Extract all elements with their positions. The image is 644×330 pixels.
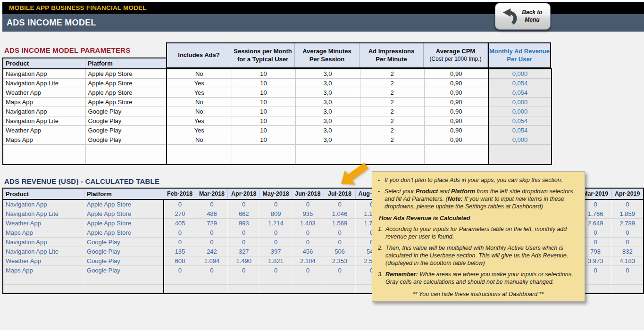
includes-ads-cell[interactable]: Yes	[167, 125, 232, 135]
revenue-value-cell: 608	[164, 256, 196, 265]
platform-dropdown-cell[interactable]: Apple App Store	[85, 78, 167, 88]
avg-cpm-cell[interactable]: 0,90	[424, 88, 488, 97]
product-dropdown-cell[interactable]: Navigation App	[3, 107, 85, 116]
product-dropdown-cell[interactable]: Navigation App Lite	[3, 78, 85, 88]
platform-dropdown-cell[interactable]: Google Play	[85, 107, 167, 116]
empty-cell	[324, 284, 356, 294]
revenue-value-cell: 0	[260, 265, 292, 275]
sessions-cell[interactable]: 10	[232, 107, 295, 116]
note-numbered-text: According to your inputs for Parameters …	[385, 225, 578, 240]
avg-minutes-cell[interactable]: 3,0	[295, 107, 360, 116]
platform-dropdown-cell[interactable]: Google Play	[85, 125, 167, 135]
revenue-value-cell: 1.821	[260, 256, 292, 265]
empty-cell[interactable]	[360, 144, 424, 154]
empty-cell[interactable]	[85, 144, 167, 154]
sessions-cell[interactable]: 10	[232, 78, 295, 88]
ad-impressions-cell[interactable]: 2	[360, 78, 424, 88]
revenue-value-cell: 0	[196, 199, 228, 209]
includes-ads-cell[interactable]: Yes	[167, 78, 232, 88]
back-label-line1: Back to	[522, 9, 542, 16]
avg-cpm-cell[interactable]: 0,90	[424, 135, 488, 144]
sessions-cell[interactable]: 10	[232, 69, 295, 78]
params-table-header: Includes Ads?Sessions per Monthfor a Typ…	[166, 42, 551, 68]
empty-cell[interactable]	[232, 144, 295, 154]
empty-cell	[324, 275, 356, 284]
platform-dropdown-cell[interactable]: Google Play	[85, 116, 167, 125]
ad-impressions-cell[interactable]: 2	[360, 116, 424, 125]
ad-impressions-cell[interactable]: 2	[360, 88, 424, 97]
sessions-cell[interactable]: 10	[232, 125, 295, 135]
includes-ads-cell[interactable]: Yes	[167, 88, 232, 97]
empty-cell[interactable]	[424, 154, 488, 165]
ad-impressions-cell[interactable]: 2	[360, 97, 424, 107]
bullet-marker: •	[378, 188, 385, 210]
empty-cell[interactable]	[85, 154, 167, 165]
empty-cell[interactable]	[167, 154, 232, 165]
table-row: Navigation AppGoogle PlayNo103,020,900,0…	[3, 107, 552, 116]
empty-cell[interactable]	[3, 154, 85, 165]
revenue-value-cell: 397	[260, 247, 292, 256]
empty-cell[interactable]	[295, 144, 360, 154]
revenue-value-cell: 0	[611, 199, 644, 209]
back-arrow-icon	[498, 7, 518, 26]
ad-impressions-cell[interactable]: 2	[360, 135, 424, 144]
table-row: Weather AppGoogle PlayYes103,020,900,054	[3, 125, 552, 135]
avg-cpm-cell[interactable]: 0,90	[424, 125, 488, 135]
platform-dropdown-cell[interactable]: Apple App Store	[85, 69, 167, 78]
product-dropdown-cell[interactable]: Weather App	[3, 88, 85, 97]
platform-dropdown-cell[interactable]: Google Play	[85, 135, 167, 144]
includes-ads-cell[interactable]: Yes	[167, 116, 232, 125]
empty-cell[interactable]	[167, 144, 232, 154]
avg-minutes-cell[interactable]: 3,0	[295, 135, 360, 144]
avg-minutes-cell[interactable]: 3,0	[295, 69, 360, 78]
month-column-header: May-2018	[260, 188, 292, 199]
includes-ads-cell[interactable]: No	[167, 135, 232, 144]
avg-minutes-cell[interactable]: 3,0	[295, 78, 360, 88]
note-text-segment: Then, this value will be multiplied with…	[385, 245, 568, 266]
empty-row	[3, 144, 552, 154]
empty-cell[interactable]	[424, 144, 488, 154]
empty-cell[interactable]	[295, 154, 360, 165]
includes-ads-cell[interactable]: No	[167, 69, 232, 78]
avg-minutes-cell[interactable]: 3,0	[295, 116, 360, 125]
params-table-left-header: Product Platform	[2, 58, 166, 68]
product-dropdown-cell[interactable]: Navigation App Lite	[3, 116, 85, 125]
product-dropdown-cell[interactable]: Navigation App	[3, 69, 85, 78]
note-bullet-item: •If you don't plan to place Ads in your …	[378, 176, 578, 184]
includes-ads-cell[interactable]: No	[167, 107, 232, 116]
params-section-title: ADS INCOME MODEL PARAMETERS	[4, 46, 130, 54]
avg-cpm-cell[interactable]: 0,90	[424, 116, 488, 125]
empty-cell	[228, 284, 260, 294]
product-dropdown-cell[interactable]: Weather App	[3, 125, 85, 135]
sessions-cell[interactable]: 10	[232, 116, 295, 125]
empty-cell[interactable]	[3, 144, 85, 154]
avg-cpm-cell[interactable]: 0,90	[424, 107, 488, 116]
avg-minutes-cell[interactable]: 3,0	[295, 97, 360, 107]
product-dropdown-cell[interactable]: Maps App	[3, 135, 85, 144]
ad-impressions-cell[interactable]: 2	[360, 69, 424, 78]
sessions-cell[interactable]: 10	[232, 97, 295, 107]
platform-dropdown-cell[interactable]: Apple App Store	[85, 97, 167, 107]
product-dropdown-cell[interactable]: Maps App	[3, 97, 85, 107]
revenue-value-cell: 242	[196, 247, 228, 256]
revenue-value-cell: 486	[196, 209, 228, 218]
avg-cpm-cell[interactable]: 0,90	[424, 97, 488, 107]
note-text-segment: According to your inputs for Parameters …	[385, 226, 567, 240]
avg-cpm-cell[interactable]: 0,90	[424, 78, 488, 88]
ad-impressions-cell[interactable]: 2	[360, 107, 424, 116]
empty-cell	[164, 275, 196, 284]
avg-minutes-cell[interactable]: 3,0	[295, 125, 360, 135]
back-to-menu-button[interactable]: Back to Menu	[495, 3, 551, 30]
avg-minutes-cell[interactable]: 3,0	[295, 88, 360, 97]
revenue-value-cell: 993	[228, 218, 260, 228]
ad-impressions-cell[interactable]: 2	[360, 125, 424, 135]
sessions-cell[interactable]: 10	[232, 88, 295, 97]
empty-cell	[84, 284, 164, 294]
empty-cell[interactable]	[360, 154, 424, 165]
back-button-label: Back to Menu	[518, 9, 547, 24]
sessions-cell[interactable]: 10	[232, 135, 295, 144]
platform-dropdown-cell[interactable]: Apple App Store	[85, 88, 167, 97]
empty-cell[interactable]	[232, 154, 295, 165]
avg-cpm-cell[interactable]: 0,90	[424, 69, 488, 78]
includes-ads-cell[interactable]: No	[167, 97, 232, 107]
